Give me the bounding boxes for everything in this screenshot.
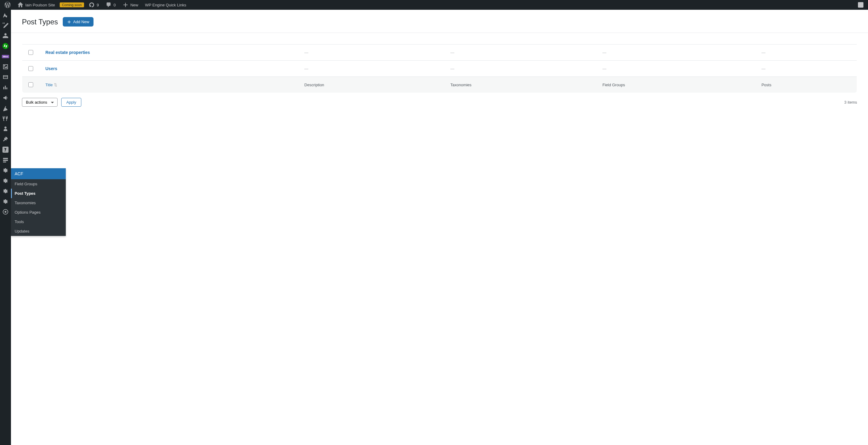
col-taxonomies: Taxonomies <box>444 77 596 93</box>
table-footer-row: Title⇅ Description Taxonomies Field Grou… <box>22 77 857 93</box>
cell-posts: — <box>762 66 765 71</box>
page-title: Post Types <box>22 18 58 26</box>
svg-point-0 <box>2 43 8 49</box>
home-icon <box>18 2 24 8</box>
main-content: Post Types Add New Real estate propertie… <box>11 10 868 112</box>
sidebar-jetpack[interactable] <box>0 41 11 51</box>
bulk-actions-wrap: Bulk actions Apply <box>22 98 81 107</box>
sort-icon: ⇅ <box>54 83 57 87</box>
admin-bar-left: Iain Poulson Site Coming soon 9 0 New WP… <box>2 0 188 10</box>
quick-links-label: WP Engine Quick Links <box>145 3 186 7</box>
site-name: Iain Poulson Site <box>25 3 55 7</box>
table-row: Real estate properties — — — — <box>22 44 857 61</box>
sidebar-payments[interactable] <box>0 72 11 82</box>
col-field-groups: Field Groups <box>596 77 755 93</box>
new-item[interactable]: New <box>120 0 141 10</box>
plus-icon <box>67 20 71 24</box>
admin-sidebar: Woo <box>0 10 11 112</box>
table-container: Real estate properties — — — — Users — —… <box>22 33 857 93</box>
sidebar-dashboard[interactable] <box>0 10 11 20</box>
cell-description: — <box>304 50 308 55</box>
sidebar-analytics[interactable] <box>0 82 11 93</box>
refresh-icon <box>89 2 95 8</box>
comment-icon <box>106 2 112 8</box>
footer-controls: Bulk actions Apply 3 items <box>11 93 868 112</box>
row-title-link[interactable]: Users <box>45 66 57 71</box>
cell-taxonomies: — <box>451 66 455 71</box>
post-types-table: Real estate properties — — — — Users — —… <box>22 33 857 93</box>
sidebar-woocommerce[interactable]: Woo <box>0 51 11 62</box>
table-row-empty <box>22 33 857 44</box>
updates-item[interactable]: 9 <box>87 0 101 10</box>
add-new-label: Add New <box>73 20 89 24</box>
cell-description: — <box>304 66 308 71</box>
cell-field-groups: — <box>602 66 607 71</box>
admin-bar: Iain Poulson Site Coming soon 9 0 New WP… <box>0 0 868 10</box>
sidebar-media[interactable] <box>0 62 11 72</box>
row-title-link[interactable]: Real estate properties <box>45 50 90 55</box>
col-posts: Posts <box>755 77 857 93</box>
apply-button[interactable]: Apply <box>61 98 82 107</box>
sidebar-users[interactable] <box>0 30 11 41</box>
comments-item[interactable]: 0 <box>103 0 118 10</box>
col-title[interactable]: Title⇅ <box>45 83 57 87</box>
sidebar-marketing[interactable] <box>0 93 11 103</box>
site-home[interactable]: Iain Poulson Site <box>15 0 57 10</box>
new-label: New <box>130 3 138 7</box>
bulk-actions-select[interactable]: Bulk actions <box>22 98 58 107</box>
update-count: 9 <box>97 3 99 7</box>
sidebar-posts[interactable] <box>0 20 11 30</box>
avatar <box>858 2 863 8</box>
items-count: 3 items <box>844 100 857 105</box>
comment-count: 0 <box>114 3 116 7</box>
wordpress-logo[interactable] <box>2 0 13 10</box>
row-checkbox[interactable] <box>28 50 33 55</box>
add-new-button[interactable]: Add New <box>63 17 93 27</box>
cell-field-groups: — <box>602 50 607 55</box>
cell-posts: — <box>762 50 765 55</box>
sidebar-appearance[interactable] <box>0 103 11 112</box>
wordpress-icon <box>5 2 11 8</box>
page-header: Post Types Add New <box>11 10 868 33</box>
status-badge: Coming soon <box>60 2 84 7</box>
select-all-checkbox[interactable] <box>28 82 33 87</box>
plus-icon <box>122 2 128 8</box>
cell-taxonomies: — <box>451 50 455 55</box>
table-row: Users — — — — <box>22 61 857 77</box>
quick-links[interactable]: WP Engine Quick Links <box>143 0 188 10</box>
user-menu[interactable] <box>856 0 866 10</box>
col-description: Description <box>298 77 444 93</box>
row-checkbox[interactable] <box>28 66 33 71</box>
woo-icon: Woo <box>2 55 9 58</box>
